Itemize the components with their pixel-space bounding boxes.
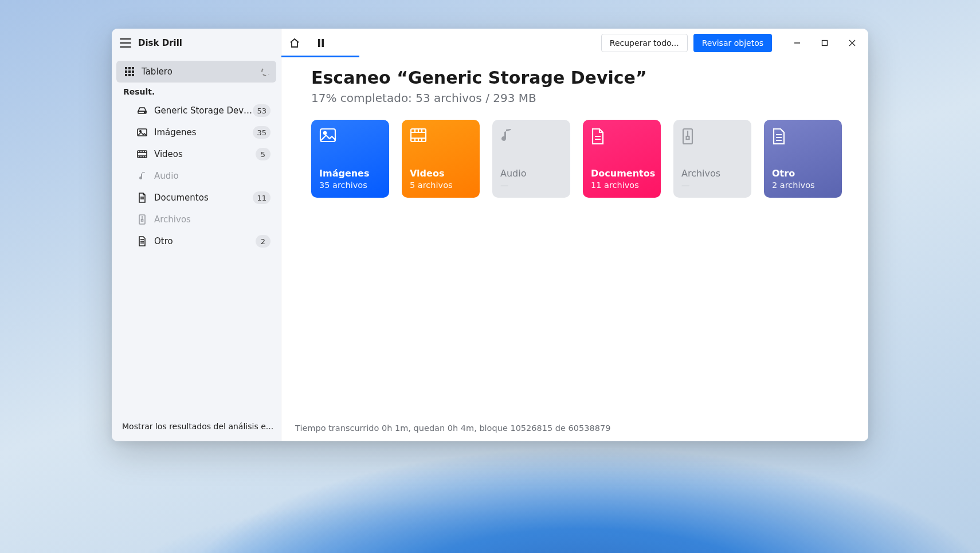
- card-title: Videos: [410, 168, 472, 179]
- video-icon: [410, 128, 426, 144]
- category-card-videos[interactable]: Videos 5 archivos: [402, 120, 480, 198]
- sidebar-item-label: Documentos: [154, 193, 253, 203]
- sidebar-item-label: Tablero: [142, 66, 261, 77]
- button-label: Recuperar todo...: [610, 38, 679, 48]
- image-icon: [319, 128, 335, 144]
- video-icon: [135, 150, 150, 158]
- recover-all-button[interactable]: Recuperar todo...: [601, 34, 688, 52]
- pause-icon: [317, 39, 324, 47]
- sidebar-item-label: Videos: [154, 149, 256, 159]
- sidebar-footer: Mostrar los resultados del análisis e...: [112, 411, 281, 441]
- category-card-archives[interactable]: Archivos —: [673, 120, 751, 198]
- sidebar-section-label: Result.: [116, 83, 276, 100]
- content-area: Escaneo “Generic Storage Device” 17% com…: [281, 57, 868, 415]
- minimize-button[interactable]: [783, 29, 811, 57]
- count-badge: 5: [256, 148, 271, 160]
- card-title: Documentos: [591, 168, 653, 179]
- svg-rect-3: [125, 70, 127, 73]
- sidebar-item-other[interactable]: Otro 2: [116, 230, 276, 252]
- sidebar-header: Disk Drill: [112, 29, 281, 57]
- music-note-icon: [500, 128, 516, 144]
- count-badge: 53: [253, 104, 271, 117]
- card-subtitle: —: [681, 181, 743, 190]
- home-icon: [289, 38, 300, 48]
- maximize-button[interactable]: [811, 29, 838, 57]
- review-objects-button[interactable]: Revisar objetos: [693, 34, 772, 52]
- svg-rect-33: [822, 41, 828, 46]
- show-results-link[interactable]: Mostrar los resultados del análisis e...: [116, 416, 276, 437]
- sidebar: Disk Drill Tablero Result. Generic Stora…: [112, 29, 281, 441]
- sidebar-item-videos[interactable]: Videos 5: [116, 143, 276, 165]
- toolbar: Recuperar todo... Revisar objetos: [281, 29, 868, 57]
- page-subtitle: 17% completado: 53 archivos / 293 MB: [311, 91, 842, 105]
- card-subtitle: 35 archivos: [319, 181, 381, 190]
- card-subtitle: 2 archivos: [772, 181, 834, 190]
- sidebar-body: Tablero Result. Generic Storage Device 5…: [112, 57, 281, 411]
- count-badge: 2: [256, 235, 271, 248]
- sidebar-item-device[interactable]: Generic Storage Device 53: [116, 100, 276, 121]
- svg-point-37: [324, 132, 326, 134]
- sidebar-item-archives[interactable]: Archivos: [116, 209, 276, 230]
- svg-rect-51: [687, 136, 689, 139]
- svg-rect-5: [132, 70, 134, 73]
- svg-point-10: [144, 112, 146, 113]
- card-subtitle: 5 archivos: [410, 181, 472, 190]
- file-icon: [772, 128, 788, 144]
- svg-rect-1: [128, 67, 131, 69]
- svg-point-12: [140, 131, 142, 132]
- svg-rect-36: [320, 129, 335, 142]
- svg-rect-2: [132, 67, 134, 69]
- card-title: Otro: [772, 168, 834, 179]
- category-card-images[interactable]: Imágenes 35 archivos: [311, 120, 389, 198]
- page-title: Escaneo “Generic Storage Device”: [311, 68, 842, 88]
- svg-rect-26: [142, 219, 143, 221]
- loading-spinner-icon: [261, 67, 271, 76]
- card-title: Archivos: [681, 168, 743, 179]
- card-title: Audio: [500, 168, 562, 179]
- sidebar-item-documents[interactable]: Documentos 11: [116, 187, 276, 209]
- svg-rect-8: [132, 74, 134, 76]
- tab-strip: [281, 29, 334, 57]
- tab-home[interactable]: [281, 29, 308, 57]
- sidebar-item-label: Audio: [154, 171, 271, 181]
- close-button[interactable]: [838, 29, 866, 57]
- sidebar-item-audio[interactable]: Audio: [116, 165, 276, 187]
- category-card-audio[interactable]: Audio —: [492, 120, 570, 198]
- category-card-other[interactable]: Otro 2 archivos: [764, 120, 842, 198]
- svg-rect-30: [318, 39, 320, 47]
- status-text: Tiempo transcurrido 0h 1m, quedan 0h 4m,…: [295, 423, 610, 433]
- card-subtitle: 11 archivos: [591, 181, 653, 190]
- grid-icon: [122, 67, 137, 76]
- drive-icon: [135, 107, 150, 115]
- count-badge: 35: [253, 126, 271, 139]
- button-label: Revisar objetos: [702, 38, 763, 48]
- category-card-grid: Imágenes 35 archivos Videos 5 archivos A…: [311, 120, 842, 198]
- sidebar-item-tablero[interactable]: Tablero: [116, 61, 276, 83]
- app-window: Disk Drill Tablero Result. Generic Stora…: [112, 29, 868, 441]
- app-title: Disk Drill: [138, 38, 182, 48]
- document-icon: [135, 193, 150, 203]
- svg-rect-7: [128, 74, 131, 76]
- main-panel: Recuperar todo... Revisar objetos Escane…: [281, 29, 868, 441]
- sidebar-item-label: Generic Storage Device: [154, 105, 253, 116]
- archive-icon: [135, 214, 150, 225]
- card-title: Imágenes: [319, 168, 381, 179]
- sidebar-item-label: Archivos: [154, 214, 271, 225]
- music-note-icon: [135, 171, 150, 181]
- count-badge: 11: [253, 191, 271, 204]
- file-icon: [135, 236, 150, 246]
- sidebar-item-label: Otro: [154, 236, 256, 246]
- svg-rect-6: [125, 74, 127, 76]
- sidebar-item-images[interactable]: Imágenes 35: [116, 121, 276, 143]
- sidebar-item-label: Imágenes: [154, 127, 253, 138]
- svg-rect-31: [322, 39, 324, 47]
- tab-pause[interactable]: [308, 29, 334, 57]
- category-card-documents[interactable]: Documentos 11 archivos: [583, 120, 661, 198]
- menu-icon[interactable]: [120, 38, 131, 48]
- document-icon: [591, 128, 607, 144]
- image-icon: [135, 128, 150, 136]
- card-subtitle: —: [500, 181, 562, 190]
- status-footer: Tiempo transcurrido 0h 1m, quedan 0h 4m,…: [281, 415, 868, 441]
- window-controls: [783, 29, 866, 57]
- archive-icon: [681, 128, 697, 144]
